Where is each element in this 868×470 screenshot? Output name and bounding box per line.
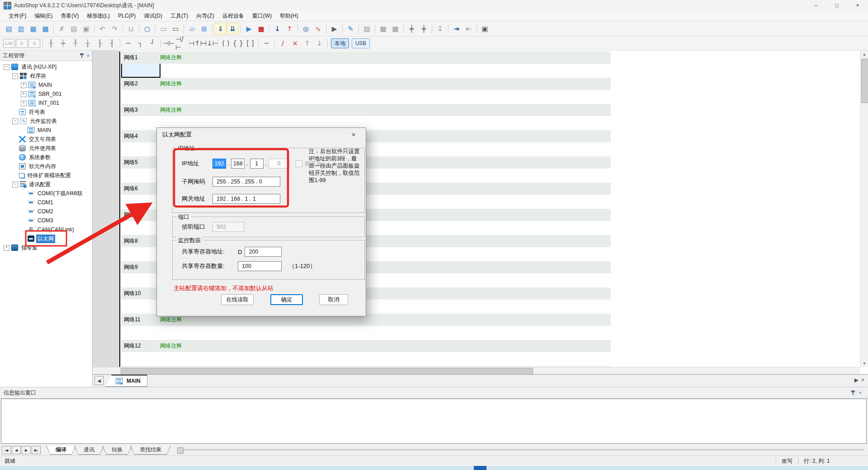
output-nav-0[interactable]: |◀ [2,446,11,454]
contact-falling-icon[interactable]: ⊣↓⊢ [203,38,216,50]
tree-item-com1[interactable]: COM1 [0,198,92,207]
paste-icon[interactable]: ▣ [80,23,92,35]
window-monitor-icon[interactable]: ▣ [479,23,491,35]
ok-button[interactable]: 确定 [270,294,303,305]
panel-close-icon[interactable]: × [87,53,90,58]
window-tile-icon[interactable]: ⊞ [198,23,210,35]
output-nav-1[interactable]: ◀ [12,446,21,454]
monitor-edit-icon[interactable]: ▶ [328,23,340,35]
sfc-step-button[interactable]: S [16,39,28,48]
output-scrollbar-track[interactable] [177,449,863,451]
minimize-button[interactable]: – [806,0,826,11]
pin-icon[interactable] [81,54,82,58]
coil-set-icon[interactable]: { } [232,38,244,50]
local-connection-button[interactable]: 本地 [331,38,349,48]
output-tab-0[interactable]: 编译 [46,446,76,455]
save-icon[interactable]: ▦ [27,23,39,35]
stop-icon[interactable]: ■ [255,23,267,35]
output-nav-2[interactable]: ▶ [22,446,31,454]
tree-item-com2[interactable]: COM2 [0,207,92,216]
read-online-button[interactable]: 在线读取 [221,294,254,305]
tree-item-main[interactable]: MAIN [0,126,92,135]
new-file-icon[interactable]: ▤ [3,23,15,35]
insert-down-icon[interactable]: ╁ [81,38,94,50]
scroll-down-icon[interactable]: ▼ [861,360,868,367]
tab-scroll-right-button[interactable]: ▶ [854,377,859,383]
ip-octet-3[interactable]: 1 [250,159,264,169]
tree-item-[interactable]: −程序块 [0,71,92,80]
redo-icon[interactable]: ↷ [108,23,121,35]
delete-icon[interactable]: ⊔ [125,23,137,35]
offline-simulate-icon[interactable]: ▨ [361,23,373,35]
upload-plc-icon[interactable]: ↑ [283,23,296,35]
network-row-1[interactable]: 网络1网络注释 [121,52,611,64]
tree-expander-icon[interactable]: − [12,73,18,79]
menu-item-8[interactable]: 远程设备 [218,11,248,21]
tree-expander-icon[interactable]: − [4,64,9,70]
network-comment[interactable]: 网络注释 [160,106,182,114]
func-block-icon[interactable]: [ ] [244,38,256,50]
line-right-icon[interactable]: ─ [122,38,134,50]
matrix-view-icon[interactable]: ▩ [377,23,389,35]
print-icon[interactable]: ▭ [157,23,170,35]
menu-item-6[interactable]: 工具(T) [166,11,192,21]
tree-item-[interactable]: 软元件内存 [0,162,92,171]
tree-expander-icon[interactable]: + [21,100,27,106]
save-all-icon[interactable]: ▩ [39,23,52,35]
output-nav-3[interactable]: ▶| [32,446,41,454]
menu-item-9[interactable]: 窗口(W) [248,11,276,21]
dialog-close-button[interactable]: × [347,129,360,140]
horizontal-scroll-thumb[interactable] [121,368,533,375]
tree-expander-icon[interactable]: + [21,91,27,97]
network-comment[interactable]: 网络注释 [160,54,182,61]
tree-item-[interactable]: 以太网 [0,234,92,243]
run-icon[interactable]: ▶ [243,23,255,35]
sfc-step2-button[interactable]: S [28,39,40,48]
print-preview-icon[interactable]: ▭ [170,23,182,35]
network-comment[interactable]: 网络注释 [160,80,182,88]
menu-item-10[interactable]: 帮助(H) [276,11,302,21]
edit-mode-icon[interactable]: ✎ [344,23,357,35]
cancel-button[interactable]: 取消 [319,294,348,305]
tree-item-cancanlink[interactable]: 品CAN(CANLink) [0,225,92,234]
tree-item-main[interactable]: +MAIN [0,80,92,89]
output-tab-1[interactable]: 通讯 [74,446,104,455]
shared-register-count-field[interactable]: 100 [238,261,282,271]
custom-checkbox[interactable] [296,160,302,167]
jump-out-icon[interactable]: ⇤ [462,23,475,35]
output-tab-3[interactable]: 查找结果 [130,446,171,455]
tree-item-[interactable]: 交叉引用表 [0,135,92,144]
tree-item-[interactable]: +指令集 [0,243,92,252]
compile-all-icon[interactable]: ⇊ [226,23,239,35]
close-button[interactable]: × [847,0,868,11]
tree-item-[interactable]: −∿元件监控表 [0,117,92,126]
tree-expander-icon[interactable]: + [4,245,9,251]
maximize-button[interactable]: □ [826,0,847,11]
undo-icon[interactable]: ↶ [96,23,108,35]
menu-item-1[interactable]: 编辑(E) [30,11,57,21]
menu-item-3[interactable]: 梯形图(L) [83,11,114,21]
contact-nc-icon[interactable]: ⊣/⊢ [175,38,187,50]
open-file-icon[interactable]: ▥ [15,23,27,35]
tree-item-sbr_001[interactable]: +SBR_001 [0,89,92,99]
tree-expander-icon[interactable]: − [12,182,18,188]
gateway-field[interactable]: 192 . 168 . 1 . 1 [212,194,280,204]
corner-down-icon[interactable]: ┐ [134,38,146,50]
subnet-mask-field[interactable]: 255 . 255 . 255 . 0 [212,177,280,187]
matrix-edit-icon[interactable]: ▩ [389,23,401,35]
tree-item-com0hmi[interactable]: COM0(下载/HMI联 [0,189,92,198]
slider-set-icon[interactable]: ╪ [406,23,418,35]
download-plc-icon[interactable]: ↓ [271,23,283,35]
tree-item-[interactable]: −通讯配置 [0,180,92,189]
tree-expander-icon[interactable]: + [21,82,27,88]
output-close-icon[interactable]: × [859,390,862,395]
monitor-icon[interactable]: ◎ [300,23,312,35]
network-row-3[interactable]: 网络3网络注释 [121,104,611,116]
network-row-2[interactable]: 网络2网络注释 [121,78,611,90]
copy-icon[interactable]: ▤ [68,23,80,35]
usb-download-icon[interactable]: ↧ [434,23,446,35]
tab-scroll-left-button[interactable]: ◀ [94,376,104,385]
tab-close-button[interactable]: × [861,377,864,383]
slider-config-icon[interactable]: ╪ [418,23,430,35]
document-tab-main[interactable]: MAIN [105,375,147,387]
